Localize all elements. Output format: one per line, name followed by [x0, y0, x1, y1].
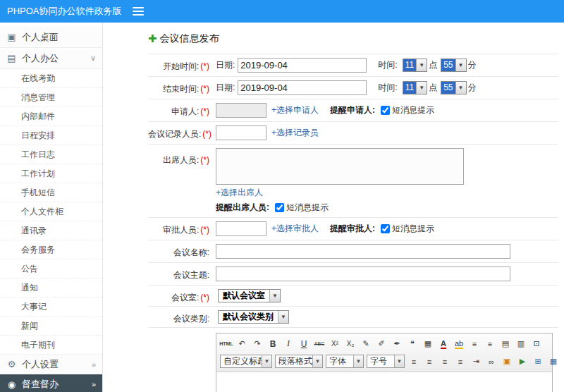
field-label: 会议室:	[171, 293, 199, 302]
sidebar-section-desktop[interactable]: ▣ 个人桌面	[0, 27, 102, 48]
required-marker: (*)	[200, 225, 209, 235]
sidebar-item[interactable]: 电子期刊	[0, 336, 102, 355]
html-source-button[interactable]: HTML	[219, 336, 233, 351]
sidebar-item[interactable]: 通讯录	[0, 221, 102, 240]
italic-button[interactable]: I	[281, 336, 295, 351]
font-size-select[interactable]: 字号▼	[367, 355, 405, 368]
page-title-text: 会议信息发布	[160, 32, 219, 45]
sidebar-section-settings[interactable]: ⚙ 个人设置 »	[0, 355, 102, 374]
start-hour-select[interactable]: 11▼	[403, 59, 427, 72]
choose-recorder-link[interactable]: +选择记录员	[271, 127, 319, 139]
link-button[interactable]: ∞	[484, 354, 498, 369]
image-button[interactable]: ▣	[500, 354, 514, 369]
meeting-name-input[interactable]	[216, 244, 510, 259]
start-minute-select[interactable]: 55▼	[441, 59, 466, 72]
applicant-sms-checkbox[interactable]	[381, 106, 390, 115]
align-center-button[interactable]: ≡	[422, 354, 436, 369]
align-justify-button[interactable]: ≡	[453, 354, 467, 369]
sidebar-section-label: 督查督办	[22, 378, 59, 391]
eye-icon: ◉	[6, 379, 17, 390]
paragraph-format-select[interactable]: 段落格式▼	[275, 355, 323, 368]
meeting-room-select[interactable]: 默认会议室▼	[218, 289, 281, 302]
strikethrough-button[interactable]: ABC	[312, 336, 326, 351]
redo-button[interactable]: ↷	[250, 336, 264, 351]
blockquote-button[interactable]: ❝	[405, 336, 419, 351]
sidebar-item[interactable]: 个人文件柜	[0, 202, 102, 221]
format-painter-button[interactable]: ✐	[374, 336, 388, 351]
choose-attendee-link[interactable]: +选择出席人	[216, 188, 263, 197]
align-right-button[interactable]: ≡	[438, 354, 452, 369]
sidebar-section-office[interactable]: ▤ 个人办公 ∨	[0, 48, 102, 69]
indent-button[interactable]: ⇥	[469, 354, 483, 369]
grid-button[interactable]: ▦	[546, 354, 560, 369]
approver-sms-checkbox[interactable]	[381, 224, 390, 233]
bold-button[interactable]: B	[266, 336, 280, 351]
sidebar-item-label: 在线考勤	[21, 73, 55, 83]
sidebar-item[interactable]: 内部邮件	[0, 107, 102, 126]
meeting-subject-input[interactable]	[216, 267, 510, 281]
end-hour-select[interactable]: 11▼	[403, 81, 427, 94]
undo-button[interactable]: ↶	[235, 336, 249, 351]
align-left-button[interactable]: ≡	[407, 354, 421, 369]
sidebar-item[interactable]: 新闻	[0, 317, 102, 336]
sidebar-item[interactable]: 日程安排	[0, 126, 102, 145]
attendee-sms-checkbox[interactable]	[275, 203, 284, 212]
pen-button[interactable]: ✒	[390, 336, 404, 351]
sidebar-item-label: 电子期刊	[21, 340, 55, 350]
editor-content-area[interactable]	[216, 372, 552, 392]
required-marker: (*)	[200, 293, 209, 302]
minute-unit-label: 分	[468, 82, 477, 94]
dropdown-arrow-icon: ▼	[353, 355, 363, 367]
sidebar-item[interactable]: 大事记	[0, 298, 102, 317]
document-button[interactable]: ▥	[514, 336, 528, 351]
sidebar-section-label: 个人设置	[22, 358, 59, 371]
choose-approver-link[interactable]: +选择审批人	[271, 223, 319, 235]
fullscreen-button[interactable]: ⊡	[529, 336, 544, 351]
subscript-button[interactable]: X₂	[343, 336, 357, 351]
approver-input[interactable]	[216, 221, 266, 236]
sidebar-item[interactable]: 通知	[0, 278, 102, 298]
start-date-input[interactable]	[238, 58, 367, 73]
sidebar-item[interactable]: 工作日志	[0, 145, 102, 164]
hamburger-menu-icon[interactable]	[133, 7, 144, 16]
form-row-approver: 审批人员:(*) +选择审批人 提醒审批人: 短消息提示	[148, 217, 558, 240]
superscript-button[interactable]: X²	[328, 336, 342, 351]
font-color-button[interactable]: A	[436, 336, 450, 351]
remind-approver-label: 提醒审批人:	[330, 223, 375, 235]
font-family-select[interactable]: 字体▼	[326, 355, 364, 368]
underline-button[interactable]: U	[297, 336, 311, 351]
sidebar-item[interactable]: 会务服务	[0, 240, 102, 259]
attendees-textarea[interactable]	[216, 148, 464, 185]
hour-unit-label: 点	[429, 82, 437, 94]
meeting-form: 开始时间:(*) 日期: 时间: 11▼ 点 55▼ 分 结束时间:(*)	[148, 54, 558, 392]
applicant-input[interactable]	[216, 103, 266, 118]
recorder-input[interactable]	[216, 125, 266, 140]
form-row-meeting-room: 会议室:(*) 默认会议室▼	[148, 285, 558, 306]
ordered-list-button[interactable]: ≡	[467, 336, 482, 351]
remove-format-button[interactable]: ✎	[359, 336, 373, 351]
sidebar-item[interactable]: 在线考勤	[0, 69, 102, 88]
custom-title-select[interactable]: 自定义标题▼	[220, 355, 272, 368]
end-minute-select[interactable]: 55▼	[441, 81, 466, 94]
page-button[interactable]: ▤	[498, 336, 513, 351]
unordered-list-button[interactable]: ≡	[483, 336, 497, 351]
table-button[interactable]: ⊞	[531, 354, 545, 369]
meeting-category-select[interactable]: 默认会议类别▼	[218, 310, 289, 324]
sidebar-item[interactable]: 公告	[0, 259, 102, 278]
choose-applicant-link[interactable]: +选择申请人	[271, 104, 319, 116]
sidebar-item-label: 消息管理	[21, 92, 55, 102]
main-content: ✚ 会议信息发布 开始时间:(*) 日期: 时间: 11▼ 点 55▼ 分	[104, 23, 564, 392]
sidebar-section-supervise[interactable]: ◉ 督查督办 »	[0, 374, 102, 392]
highlight-color-button[interactable]: ab	[452, 336, 466, 351]
dropdown-arrow-icon: ▼	[394, 355, 404, 367]
sidebar-item[interactable]: 消息管理	[0, 88, 102, 107]
sidebar-item[interactable]: 工作计划	[0, 164, 102, 183]
media-button[interactable]: ▶	[515, 354, 529, 369]
sidebar-item-label: 工作日志	[21, 149, 55, 159]
insert-date-button[interactable]: ▦	[421, 336, 435, 351]
sms-hint-label: 短消息提示	[286, 202, 329, 214]
end-date-input[interactable]	[238, 80, 367, 95]
sidebar-item[interactable]: 手机短信	[0, 183, 102, 202]
sidebar-item-label: 手机短信	[21, 188, 55, 197]
required-marker: (*)	[200, 84, 209, 94]
